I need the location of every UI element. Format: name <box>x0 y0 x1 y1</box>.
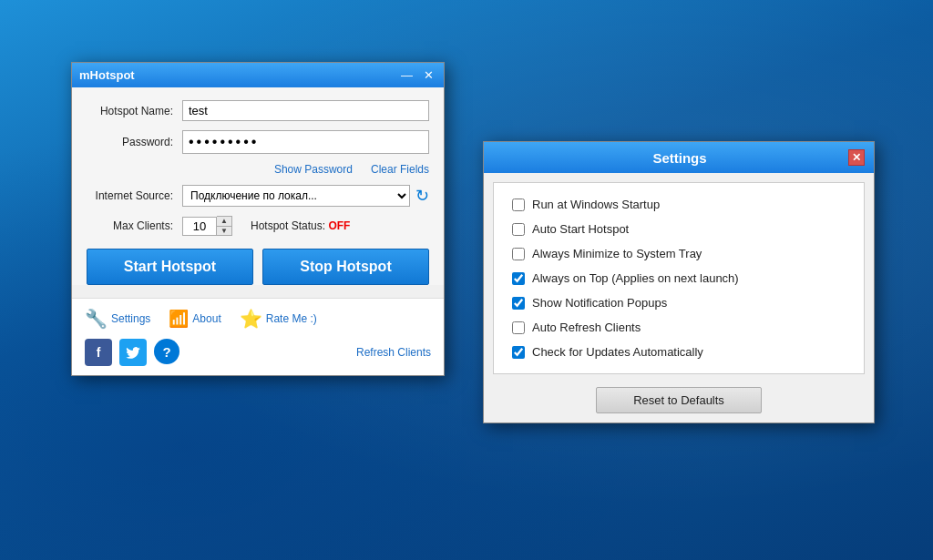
checkbox-run-startup[interactable] <box>512 199 525 211</box>
internet-source-row: Internet Source: Подключение по локал...… <box>87 185 429 207</box>
twitter-icon <box>126 347 140 359</box>
settings-titlebar: Settings ✕ <box>484 142 874 173</box>
start-hotspot-button[interactable]: Start Hotspot <box>87 249 253 285</box>
refresh-clients-link[interactable]: Refresh Clients <box>356 346 431 359</box>
rate-nav-item[interactable]: ⭐ Rate Me :) <box>240 308 317 330</box>
checkbox-label-1: Auto Start Hotspot <box>532 222 629 236</box>
checkbox-row-1: Auto Start Hotspot <box>512 222 846 236</box>
spinbox-up[interactable]: ▲ <box>217 217 231 226</box>
titlebar-controls: — ✕ <box>398 69 436 81</box>
stop-hotspot-button[interactable]: Stop Hotspot <box>262 249 429 285</box>
settings-nav-item[interactable]: 🔧 Settings <box>85 308 150 330</box>
spinbox-arrows: ▲ ▼ <box>217 216 232 236</box>
password-label: Password: <box>87 136 182 148</box>
close-button[interactable]: ✕ <box>421 69 436 81</box>
hotspot-name-row: Hotspot Name: <box>87 100 429 121</box>
checkbox-label-6: Check for Updates Automatically <box>532 345 703 359</box>
checkbox-notifications[interactable] <box>512 297 525 310</box>
checkbox-always-top[interactable] <box>512 272 525 285</box>
hotspot-status-value: OFF <box>328 219 350 232</box>
show-password-button[interactable]: Show Password <box>274 163 353 176</box>
checkbox-row-2: Always Minimize to System Tray <box>512 247 846 260</box>
checkbox-row-0: Run at Windows Startup <box>512 198 846 211</box>
action-buttons: Start Hotspot Stop Hotspot <box>87 249 429 285</box>
mhotspot-titlebar: mHotspot — ✕ <box>72 63 444 87</box>
mhotspot-body: Hotspot Name: Password: Show Password Cl… <box>72 87 444 285</box>
facebook-button[interactable]: f <box>85 339 112 366</box>
spinbox-down[interactable]: ▼ <box>217 226 231 235</box>
mhotspot-window: mHotspot — ✕ Hotspot Name: Password: Sho… <box>71 62 445 376</box>
checkbox-label-4: Show Notification Popups <box>532 296 667 310</box>
settings-nav-label: Settings <box>111 312 150 325</box>
mhotspot-title: mHotspot <box>79 68 135 82</box>
about-nav-label: About <box>192 312 220 325</box>
checkbox-label-5: Auto Refresh Clients <box>532 321 641 334</box>
rate-nav-label: Rate Me :) <box>266 312 317 325</box>
settings-window: Settings ✕ Run at Windows Startup Auto S… <box>483 141 875 423</box>
reset-defaults-button[interactable]: Reset to Defaults <box>596 387 762 413</box>
hotspot-status-area: Hotspot Status: OFF <box>251 219 350 232</box>
checkbox-auto-refresh[interactable] <box>512 321 525 334</box>
max-clients-row: Max Clients: 10 ▲ ▼ Hotspot Status: OFF <box>87 216 429 236</box>
checkbox-row-4: Show Notification Popups <box>512 296 846 310</box>
minimize-button[interactable]: — <box>398 69 415 81</box>
hotspot-name-input[interactable] <box>182 100 429 121</box>
help-button[interactable]: ? <box>154 339 179 364</box>
about-nav-item[interactable]: 📶 About <box>169 309 220 329</box>
settings-title: Settings <box>511 150 848 166</box>
link-row: Show Password Clear Fields <box>87 163 429 176</box>
settings-body: Run at Windows Startup Auto Start Hotspo… <box>493 182 865 374</box>
hotspot-status-label: Hotspot Status: <box>251 219 325 232</box>
password-row: Password: <box>87 130 429 154</box>
max-clients-input[interactable]: 10 <box>182 217 217 236</box>
checkbox-row-6: Check for Updates Automatically <box>512 345 846 359</box>
checkbox-minimize-tray[interactable] <box>512 248 525 260</box>
hotspot-name-label: Hotspot Name: <box>87 105 182 117</box>
password-input[interactable] <box>182 130 429 154</box>
internet-source-select[interactable]: Подключение по локал... <box>182 185 410 207</box>
internet-source-label: Internet Source: <box>87 189 182 202</box>
reset-btn-wrap: Reset to Defaults <box>493 387 865 413</box>
footer-icons-row: f ? Refresh Clients <box>85 339 431 366</box>
checkbox-label-0: Run at Windows Startup <box>532 198 660 211</box>
checkbox-label-3: Always on Top (Applies on next launch) <box>532 271 739 285</box>
star-icon: ⭐ <box>240 308 262 330</box>
mhotspot-footer: 🔧 Settings 📶 About ⭐ Rate Me :) f <box>72 298 444 375</box>
checkbox-auto-start[interactable] <box>512 223 525 236</box>
spinbox: 10 ▲ ▼ <box>182 216 232 236</box>
social-buttons: f ? <box>85 339 179 366</box>
twitter-button[interactable] <box>119 339 147 366</box>
max-clients-label: Max Clients: <box>87 219 182 232</box>
footer-nav: 🔧 Settings 📶 About ⭐ Rate Me :) <box>85 308 431 330</box>
checkbox-row-5: Auto Refresh Clients <box>512 321 846 334</box>
checkbox-label-2: Always Minimize to System Tray <box>532 247 702 260</box>
settings-wrench-icon: 🔧 <box>85 308 108 330</box>
checkbox-check-updates[interactable] <box>512 346 525 359</box>
wifi-icon: 📶 <box>169 309 189 329</box>
clear-fields-button[interactable]: Clear Fields <box>371 163 429 176</box>
refresh-source-button[interactable]: ↻ <box>415 186 429 206</box>
settings-close-button[interactable]: ✕ <box>848 149 865 166</box>
checkbox-row-3: Always on Top (Applies on next launch) <box>512 271 846 285</box>
